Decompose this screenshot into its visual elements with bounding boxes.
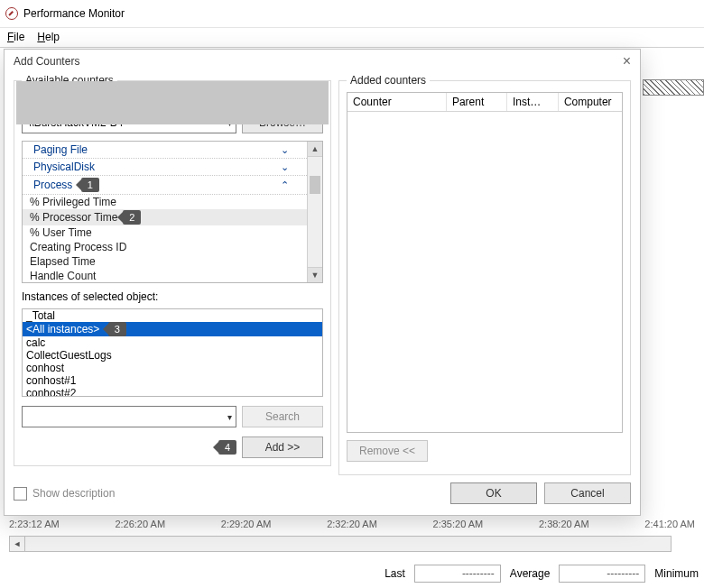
annotation-badge-4: 4 [218, 440, 236, 455]
counters-listbox[interactable]: Paging File ⌄ PhysicalDisk ⌄ Process 1 [22, 141, 323, 283]
annotation-badge-3: 3 [108, 322, 126, 336]
chevron-up-icon: ⌃ [281, 179, 289, 191]
add-button[interactable]: Add >> [242, 436, 323, 458]
counter-item[interactable]: Creating Process ID [23, 240, 307, 254]
instances-label: Instances of selected object: [22, 290, 323, 303]
scroll-thumb[interactable] [310, 176, 320, 194]
stat-avg-label: Average [510, 567, 550, 580]
app-icon [5, 7, 18, 20]
instance-item[interactable]: conhost#2 [23, 387, 322, 396]
chevron-down-icon: ▾ [227, 412, 232, 422]
window-title: Performance Monitor [23, 7, 125, 20]
instance-item[interactable]: conhost#1 [23, 374, 322, 387]
counter-item-selected[interactable]: % Processor Time 2 [23, 209, 307, 225]
category-label: Process [33, 179, 72, 191]
stat-min-label: Minimum [654, 567, 699, 580]
time-tick: 2:23:12 AM [9, 519, 60, 529]
instance-item[interactable]: conhost [23, 362, 322, 374]
col-instance[interactable]: Inst… [507, 93, 559, 111]
scroll-left-button[interactable]: ◄ [10, 537, 25, 551]
counters-scrollbar[interactable]: ▲ ▼ [307, 142, 322, 282]
cancel-button[interactable]: Cancel [544, 482, 631, 504]
annotation-badge-1: 1 [81, 178, 99, 192]
scroll-down-button[interactable]: ▼ [308, 267, 322, 282]
menu-file[interactable]: File [7, 31, 24, 43]
category-label: Paging File [33, 143, 88, 156]
category-label: PhysicalDisk [33, 161, 95, 173]
stat-last-value: --------- [414, 565, 501, 583]
scroll-thumb[interactable] [16, 81, 329, 124]
time-tick: 2:38:20 AM [539, 519, 589, 529]
window-titlebar: Performance Monitor [0, 0, 704, 28]
instance-item-selected[interactable]: <All instances> 3 [23, 322, 322, 336]
instance-item[interactable]: calc [23, 336, 322, 349]
horizontal-scrollbar[interactable]: ◄ [9, 536, 672, 552]
category-paging-file[interactable]: Paging File ⌄ [23, 142, 307, 159]
annotation-badge-2: 2 [123, 210, 141, 225]
remove-button[interactable]: Remove << [347, 440, 428, 462]
time-tick: 2:32:20 AM [327, 519, 377, 529]
add-counters-dialog: Add Counters × Available counters Select… [4, 49, 641, 516]
counter-item[interactable]: % Privileged Time [23, 195, 307, 209]
search-combo[interactable]: ▾ [22, 406, 236, 427]
instance-item[interactable]: CollectGuestLogs [23, 349, 322, 362]
chart-hatched-region [643, 79, 704, 96]
scroll-up-button[interactable]: ▲ [308, 142, 322, 157]
close-icon[interactable]: × [623, 56, 631, 67]
col-parent[interactable]: Parent [447, 93, 507, 111]
search-button[interactable]: Search [242, 406, 323, 427]
stat-avg-value: --------- [559, 565, 645, 583]
menu-help[interactable]: Help [37, 31, 60, 43]
ok-button[interactable]: OK [450, 482, 537, 504]
added-counters-group: Added counters Counter Parent Inst… Comp… [338, 80, 631, 475]
counter-item[interactable]: % User Time [23, 225, 307, 240]
category-physicaldisk[interactable]: PhysicalDisk ⌄ [23, 159, 307, 176]
stats-bar: Last --------- Average --------- Minimum [0, 565, 704, 583]
instance-item[interactable]: _Total [23, 309, 322, 322]
chevron-down-icon: ⌄ [281, 144, 289, 156]
added-counters-table[interactable]: Counter Parent Inst… Computer [347, 92, 623, 433]
show-description-label: Show description [32, 487, 115, 500]
time-tick: 2:29:20 AM [221, 519, 272, 529]
col-computer[interactable]: Computer [559, 93, 622, 111]
time-tick: 2:41:20 AM [644, 519, 695, 529]
counter-item[interactable]: Handle Count [23, 269, 307, 282]
category-process[interactable]: Process 1 ⌃ [23, 176, 307, 195]
instances-listbox[interactable]: _Total <All instances> 3 calc CollectGue… [22, 308, 323, 397]
show-description-checkbox[interactable]: Show description [14, 487, 115, 501]
available-counters-group: Available counters Select counters from … [14, 80, 331, 466]
time-tick: 2:26:20 AM [115, 519, 165, 529]
chevron-down-icon: ⌄ [281, 161, 289, 173]
stat-last-label: Last [384, 567, 405, 580]
added-counters-legend: Added counters [347, 74, 430, 87]
checkbox-icon [14, 487, 27, 501]
time-axis: 2:23:12 AM 2:26:20 AM 2:29:20 AM 2:32:20… [9, 519, 695, 529]
counter-item[interactable]: Elapsed Time [23, 254, 307, 269]
menu-bar: File Help [0, 28, 704, 48]
time-tick: 2:35:20 AM [433, 519, 484, 529]
added-counters-header: Counter Parent Inst… Computer [347, 93, 622, 112]
dialog-title: Add Counters [14, 55, 79, 68]
col-counter[interactable]: Counter [347, 93, 447, 111]
